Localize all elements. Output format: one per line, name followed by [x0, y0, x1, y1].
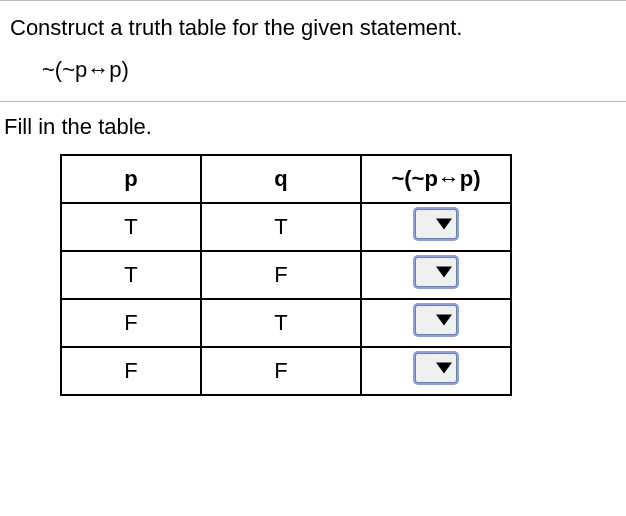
truth-table-container: p q ~(~p↔p) T T T F F T	[0, 154, 626, 396]
instruction-text: Construct a truth table for the given st…	[0, 1, 626, 53]
cell-result	[361, 251, 511, 299]
result-dropdown[interactable]	[415, 353, 457, 383]
header-q: q	[201, 155, 361, 203]
table-row: T T	[61, 203, 511, 251]
result-dropdown[interactable]	[415, 305, 457, 335]
chevron-down-icon	[436, 267, 452, 278]
cell-p: F	[61, 347, 201, 395]
cell-q: T	[201, 299, 361, 347]
table-row: F T	[61, 299, 511, 347]
cell-p: F	[61, 299, 201, 347]
chevron-down-icon	[436, 363, 452, 374]
cell-p: T	[61, 251, 201, 299]
truth-table: p q ~(~p↔p) T T T F F T	[60, 154, 512, 396]
table-row: F F	[61, 347, 511, 395]
statement-expression: ~(~p↔p)	[0, 53, 626, 101]
cell-q: F	[201, 251, 361, 299]
cell-result	[361, 347, 511, 395]
cell-q: T	[201, 203, 361, 251]
header-p: p	[61, 155, 201, 203]
table-header-row: p q ~(~p↔p)	[61, 155, 511, 203]
table-row: T F	[61, 251, 511, 299]
fillin-prompt: Fill in the table.	[0, 102, 626, 154]
header-result: ~(~p↔p)	[361, 155, 511, 203]
cell-q: F	[201, 347, 361, 395]
cell-result	[361, 299, 511, 347]
chevron-down-icon	[436, 219, 452, 230]
result-dropdown[interactable]	[415, 209, 457, 239]
result-dropdown[interactable]	[415, 257, 457, 287]
cell-result	[361, 203, 511, 251]
cell-p: T	[61, 203, 201, 251]
chevron-down-icon	[436, 315, 452, 326]
